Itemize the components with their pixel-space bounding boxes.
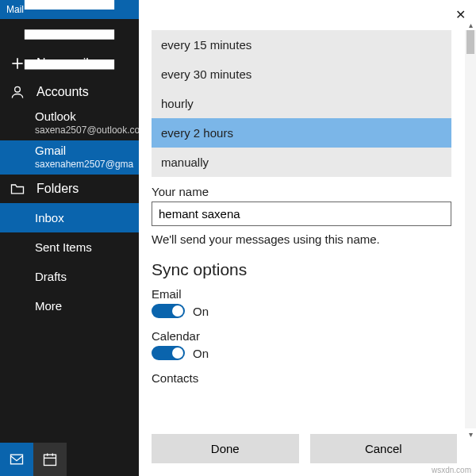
folder-drafts[interactable]: Drafts <box>0 262 139 291</box>
folder-more[interactable]: More <box>0 291 139 321</box>
calendar-view-button[interactable] <box>33 443 67 476</box>
sync-options-heading: Sync options <box>152 260 463 279</box>
interval-option-2hours[interactable]: every 2 hours <box>152 118 451 148</box>
svg-rect-6 <box>11 455 23 464</box>
cancel-button[interactable]: Cancel <box>310 434 458 463</box>
interval-option-30min[interactable]: every 30 minutes <box>152 60 451 89</box>
folders-header[interactable]: Folders <box>0 175 139 203</box>
person-icon <box>10 84 25 100</box>
interval-option-manually[interactable]: manually <box>152 148 451 177</box>
account-outlook[interactable]: Outlook saxena2507@outlook.com <box>0 106 139 140</box>
calendar-sync-toggle[interactable] <box>152 346 185 360</box>
svg-rect-7 <box>44 455 56 465</box>
settings-pane: ✕ ▴ ▾ every 15 minutes every 30 minutes … <box>139 0 476 476</box>
contacts-sync-label: Contacts <box>152 371 463 385</box>
your-name-input[interactable] <box>152 202 451 226</box>
account-email: saxena2507@outlook.com <box>35 125 139 136</box>
scrollbar[interactable]: ▴ ▾ <box>465 30 476 428</box>
plus-icon <box>10 56 25 71</box>
calendar-sync-state: On <box>193 347 209 360</box>
mail-icon <box>9 451 25 467</box>
close-icon: ✕ <box>455 7 466 22</box>
your-name-label: Your name <box>152 185 463 198</box>
account-name: Gmail <box>35 144 139 157</box>
accounts-header[interactable]: Accounts <box>0 78 139 106</box>
email-sync-label: Email <box>152 287 463 301</box>
bottom-nav <box>0 443 139 476</box>
email-sync-state: On <box>193 305 209 318</box>
done-button[interactable]: Done <box>152 434 299 463</box>
watermark: wsxdn.com <box>432 466 471 474</box>
new-mail-label: New mail <box>36 56 89 71</box>
account-gmail[interactable]: Gmail saxenahem2507@gma <box>0 140 139 175</box>
scroll-down-icon[interactable]: ▾ <box>465 428 476 440</box>
name-hint: We'll send your messages using this name… <box>152 232 463 246</box>
svg-point-5 <box>15 86 21 92</box>
sidebar: Mail New mail Accounts Outlook saxena250… <box>0 0 139 476</box>
folder-sent[interactable]: Sent Items <box>0 232 139 262</box>
calendar-sync-label: Calendar <box>152 329 463 343</box>
hamburger-button[interactable] <box>0 19 139 49</box>
interval-option-hourly[interactable]: hourly <box>152 89 451 118</box>
account-name: Outlook <box>35 109 139 123</box>
folder-inbox[interactable]: Inbox <box>0 203 139 232</box>
sync-interval-dropdown[interactable]: every 15 minutes every 30 minutes hourly… <box>152 30 451 177</box>
calendar-icon <box>42 451 58 467</box>
scroll-up-icon[interactable]: ▴ <box>465 19 476 30</box>
interval-option-15min[interactable]: every 15 minutes <box>152 30 451 60</box>
mail-view-button[interactable] <box>0 443 33 476</box>
folders-label: Folders <box>36 182 79 196</box>
dialog-footer: Done Cancel <box>152 434 457 463</box>
scrollbar-thumb[interactable] <box>466 30 474 54</box>
email-sync-toggle[interactable] <box>152 304 185 318</box>
accounts-label: Accounts <box>36 85 89 99</box>
new-mail-button[interactable]: New mail <box>0 49 139 78</box>
folder-icon <box>10 181 25 197</box>
account-email: saxenahem2507@gma <box>35 159 139 170</box>
